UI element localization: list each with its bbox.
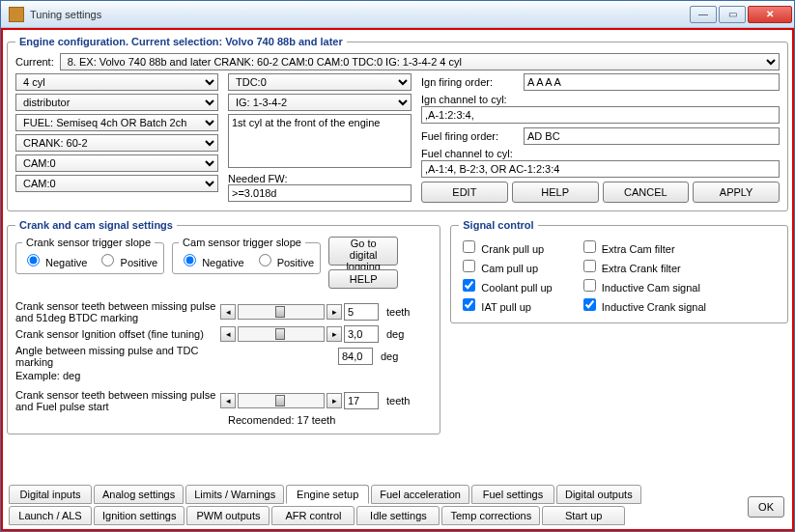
edit-button[interactable]: EDIT (421, 182, 508, 203)
s2-value[interactable] (344, 325, 379, 343)
crank-slope-legend: Crank sensor trigger slope (22, 237, 155, 248)
s3-label: Angle between missing pulse and TDC mark… (15, 345, 218, 368)
tdc-select[interactable]: TDC:0 (228, 73, 412, 91)
s1-value[interactable] (344, 303, 379, 321)
titlebar: Tuning settings — ▭ ✕ (1, 1, 794, 28)
ign-firing-order-input[interactable] (524, 73, 780, 91)
fuel-firing-order-label: Fuel firing order: (421, 130, 518, 142)
needed-fw-input[interactable] (228, 184, 412, 202)
signal-right-2[interactable]: Inductive Cam signal (580, 276, 706, 294)
tab-temp-corrections[interactable]: Temp corrections (441, 506, 540, 525)
tab-pwm-outputs[interactable]: PWM outputs (186, 506, 270, 525)
engine-config-legend: Engine configuration. Current selection:… (15, 36, 347, 47)
crank-select[interactable]: CRANK: 60-2 (15, 134, 218, 152)
app-icon (9, 7, 24, 22)
tab-digital-outputs[interactable]: Digital outputs (556, 485, 641, 504)
tab-engine-setup[interactable]: Engine setup (286, 485, 369, 504)
apply-button[interactable]: APPLY (693, 182, 780, 203)
s4-dec[interactable]: ◂ (220, 393, 236, 408)
ign-channel-label: Ign channel to cyl: (421, 94, 780, 105)
tab-bar: Digital inputsAnalog settingsLimits / Wa… (9, 485, 738, 525)
tab-fuel-acceleration[interactable]: Fuel acceleration (371, 485, 469, 504)
help-button[interactable]: HELP (512, 182, 599, 203)
ok-button[interactable]: OK (748, 496, 784, 518)
engine-config-group: Engine configuration. Current selection:… (7, 36, 788, 211)
crank-cam-group: Crank and cam signal settings Crank sens… (7, 219, 440, 434)
needed-fw-label: Needed FW: (228, 173, 412, 184)
tab-analog-settings[interactable]: Analog settings (94, 485, 184, 504)
s1-label: Crank sensor teeth between missing pulse… (15, 300, 218, 323)
signal-right-0[interactable]: Extra Cam filter (580, 238, 706, 256)
signal-left-2[interactable]: Coolant pull up (459, 276, 552, 294)
signal-control-legend: Signal control (459, 219, 537, 231)
s4-inc[interactable]: ▸ (327, 393, 342, 408)
ign-firing-order-label: Ign firing order: (421, 76, 518, 88)
s1-slider[interactable] (238, 304, 325, 320)
crank-help-button[interactable]: HELP (328, 269, 398, 289)
tab-ignition-settings[interactable]: Ignition settings (94, 506, 185, 525)
s3-example: Example: deg (15, 370, 218, 381)
s2-unit: deg (386, 328, 404, 340)
cancel-button[interactable]: CANCEL (603, 182, 690, 203)
fuel-channel-label: Fuel channel to cyl: (421, 148, 780, 159)
current-select[interactable]: 8. EX: Volvo 740 88b and later CRANK: 60… (60, 53, 780, 70)
signal-left-3[interactable]: IAT pull up (459, 295, 552, 314)
engine-note[interactable]: 1st cyl at the front of the engine (228, 114, 412, 168)
cyl-select[interactable]: 4 cyl (15, 73, 218, 91)
current-label: Current: (15, 56, 54, 68)
tab-digital-inputs[interactable]: Digital inputs (9, 485, 92, 504)
cam0-select[interactable]: CAM:0 (15, 154, 218, 172)
signal-control-group: Signal control Crank pull up Cam pull up… (450, 219, 788, 323)
crank-cam-legend: Crank and cam signal settings (15, 219, 177, 231)
recommended-text: Recomended: 17 teeth (131, 414, 432, 426)
s1-dec[interactable]: ◂ (220, 304, 236, 320)
s2-inc[interactable]: ▸ (327, 326, 342, 342)
maximize-button[interactable]: ▭ (719, 6, 746, 23)
go-digital-logging-button[interactable]: Go to digital logging (328, 237, 398, 266)
crank-slope-positive[interactable]: Positive (97, 251, 157, 268)
window-title: Tuning settings (30, 9, 690, 20)
close-button[interactable]: ✕ (748, 6, 792, 23)
tab-launch-als[interactable]: Launch / ALS (9, 506, 92, 525)
s2-dec[interactable]: ◂ (220, 326, 236, 342)
signal-left-1[interactable]: Cam pull up (459, 257, 552, 275)
s4-value[interactable] (344, 392, 379, 409)
minimize-button[interactable]: — (690, 6, 717, 23)
tab-limits-warnings[interactable]: Limits / Warnings (185, 485, 284, 504)
s2-label: Crank sensor Ignition offset (fine tunin… (15, 328, 218, 340)
signal-right-3[interactable]: Inductive Crank signal (580, 295, 706, 314)
tab-start-up[interactable]: Start up (542, 506, 625, 525)
s3-unit: deg (381, 350, 398, 362)
fuel-firing-order-input[interactable] (524, 127, 780, 145)
dist-select[interactable]: distributor (15, 94, 218, 111)
s1-inc[interactable]: ▸ (327, 304, 342, 320)
ign-channel-input[interactable] (421, 106, 780, 124)
cam-slope-positive[interactable]: Positive (254, 251, 315, 268)
cam-slope-legend: Cam sensor trigger slope (179, 237, 305, 248)
tab-fuel-settings[interactable]: Fuel settings (471, 485, 554, 504)
s2-slider[interactable] (238, 326, 325, 342)
s3-value[interactable] (338, 348, 373, 365)
s4-unit: teeth (386, 395, 410, 406)
signal-right-1[interactable]: Extra Crank filter (580, 257, 706, 275)
fuel-channel-input[interactable] (421, 160, 780, 178)
s4-slider[interactable] (238, 393, 325, 408)
fuel-select[interactable]: FUEL: Semiseq 4ch OR Batch 2ch (15, 114, 218, 131)
tab-idle-settings[interactable]: Idle settings (356, 506, 440, 525)
ig-select[interactable]: IG: 1-3-4-2 (228, 94, 412, 111)
cam1-select[interactable]: CAM:0 (15, 175, 218, 192)
tab-afr-control[interactable]: AFR control (271, 506, 355, 525)
s4-label: Crank sensor teeth between missing pulse… (15, 389, 218, 412)
s1-unit: teeth (386, 306, 410, 318)
signal-left-0[interactable]: Crank pull up (459, 238, 552, 256)
crank-slope-negative[interactable]: Negative (22, 251, 87, 268)
cam-slope-negative[interactable]: Negative (179, 251, 243, 268)
